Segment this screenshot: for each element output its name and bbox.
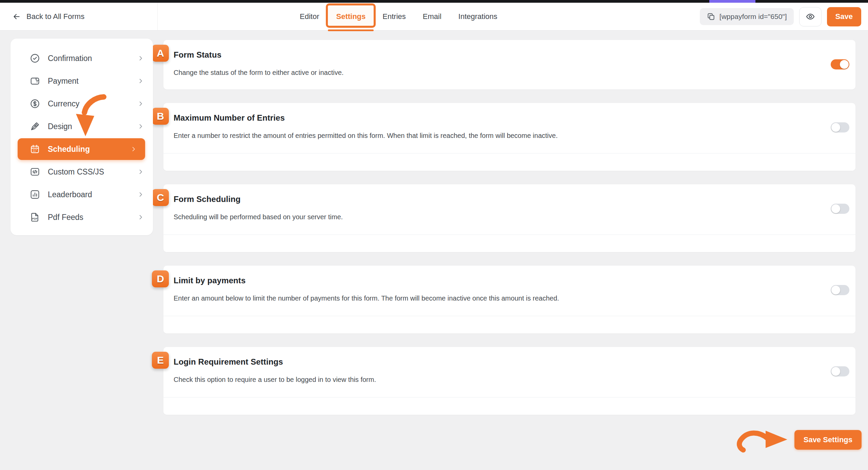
toggle-knob <box>831 123 840 132</box>
toggle-knob <box>831 286 840 294</box>
card-footer <box>163 316 855 333</box>
active-tab-underline <box>328 29 374 31</box>
section-title: Form Scheduling <box>163 184 855 204</box>
copy-icon <box>707 12 715 21</box>
section-title: Login Requirement Settings <box>163 347 855 367</box>
tab-settings[interactable]: Settings <box>335 10 366 23</box>
sidebar-item-label: Scheduling <box>48 145 90 154</box>
card-footer <box>163 397 855 415</box>
tab-entries-label: Entries <box>382 12 406 21</box>
sidebar-item-label: Leaderboard <box>48 190 92 199</box>
chevron-right-icon <box>137 123 144 130</box>
limit-by-payments-toggle[interactable] <box>831 285 849 295</box>
chevron-right-icon <box>137 214 144 221</box>
form-status-card: A Form Status Change the status of the f… <box>163 40 855 89</box>
sidebar-item-currency[interactable]: Currency <box>11 93 153 115</box>
chevron-right-icon <box>137 191 144 198</box>
tab-settings-label: Settings <box>336 12 366 21</box>
sidebar-item-confirmation[interactable]: Confirmation <box>11 47 153 69</box>
section-description: Enter an amount below to limit the numbe… <box>163 285 855 303</box>
login-requirement-toggle[interactable] <box>831 366 849 376</box>
bar-chart-icon <box>29 189 40 200</box>
back-to-all-forms-link[interactable]: Back to All Forms <box>0 3 158 30</box>
tab-editor[interactable]: Editor <box>299 10 320 23</box>
pen-nib-icon <box>29 121 40 132</box>
nav-right-controls: [wppayform id="650"] Save <box>700 3 861 30</box>
section-title: Form Status <box>163 40 855 60</box>
form-status-toggle[interactable] <box>831 59 849 69</box>
sidebar-item-custom-css-js[interactable]: Custom CSS/JS <box>11 161 153 183</box>
annotation-badge-a: A <box>152 45 169 62</box>
max-entries-toggle[interactable] <box>831 122 849 132</box>
sidebar-item-scheduling[interactable]: Scheduling <box>18 138 145 160</box>
svg-text:PDF: PDF <box>32 217 37 220</box>
chevron-right-icon <box>137 168 144 175</box>
tab-email[interactable]: Email <box>422 10 442 23</box>
limit-by-payments-card: D Limit by payments Enter an amount belo… <box>163 266 855 333</box>
tab-integrations[interactable]: Integrations <box>458 10 498 23</box>
save-settings-button[interactable]: Save Settings <box>794 430 862 450</box>
toggle-knob <box>840 60 849 69</box>
sidebar-item-pdf-feeds[interactable]: PDF Pdf Feeds <box>11 206 153 228</box>
section-description: Check this option to require a user to b… <box>163 367 855 384</box>
sidebar-item-label: Pdf Feeds <box>48 213 83 222</box>
chevron-right-icon <box>137 55 144 62</box>
section-description: Scheduling will be performed based on yo… <box>163 204 855 222</box>
sidebar-item-label: Design <box>48 122 72 131</box>
sidebar-item-label: Custom CSS/JS <box>48 167 104 177</box>
arrow-left-icon <box>12 12 21 21</box>
form-scheduling-toggle[interactable] <box>831 204 849 214</box>
tab-entries[interactable]: Entries <box>382 10 406 23</box>
calendar-icon <box>29 144 40 155</box>
chevron-right-icon <box>130 146 137 152</box>
tab-editor-label: Editor <box>300 12 319 21</box>
toggle-knob <box>831 204 840 213</box>
wallet-icon <box>29 76 40 86</box>
sidebar-item-label: Payment <box>48 77 79 86</box>
code-icon <box>29 166 40 177</box>
card-footer <box>163 153 855 171</box>
max-entries-card: B Maximum Number of Entries Enter a numb… <box>163 103 855 171</box>
annotation-badge-e: E <box>152 352 169 369</box>
chevron-right-icon <box>137 100 144 107</box>
preview-button[interactable] <box>799 7 822 26</box>
card-footer <box>163 234 855 252</box>
strip-accent-segment <box>709 0 755 3</box>
toggle-knob <box>831 367 840 376</box>
eye-icon <box>806 12 815 21</box>
check-circle-icon <box>29 53 40 64</box>
tab-integrations-label: Integrations <box>458 12 497 21</box>
tab-bar: Editor Settings Entries Email Integratio… <box>299 3 498 30</box>
form-scheduling-card: C Form Scheduling Scheduling will be per… <box>163 184 855 252</box>
sidebar-item-payment[interactable]: Payment <box>11 70 153 92</box>
tab-email-label: Email <box>423 12 441 21</box>
settings-sidebar: Confirmation Payment Currency Design Sch… <box>11 39 153 235</box>
sidebar-item-label: Currency <box>48 99 79 108</box>
shortcode-text: [wppayform id="650"] <box>719 13 787 21</box>
annotation-badge-b: B <box>152 108 169 125</box>
browser-top-strip <box>0 0 868 3</box>
back-label: Back to All Forms <box>26 12 84 21</box>
save-button[interactable]: Save <box>827 7 861 26</box>
sidebar-item-design[interactable]: Design <box>11 116 153 137</box>
pdf-file-icon: PDF <box>29 212 40 223</box>
annotation-arrow-to-save-settings <box>732 427 791 454</box>
top-navigation-bar: Back to All Forms Editor Settings Entrie… <box>0 3 868 30</box>
chevron-right-icon <box>137 78 144 84</box>
login-requirement-card: E Login Requirement Settings Check this … <box>163 347 855 415</box>
settings-panel: A Form Status Change the status of the f… <box>163 40 855 415</box>
section-description: Enter a number to restrict the amount of… <box>163 123 855 140</box>
section-description: Change the status of the form to either … <box>163 60 855 77</box>
sidebar-item-leaderboard[interactable]: Leaderboard <box>11 184 153 205</box>
annotation-badge-d: D <box>152 270 169 287</box>
sidebar-item-label: Confirmation <box>48 54 92 63</box>
shortcode-copy-pill[interactable]: [wppayform id="650"] <box>700 8 794 25</box>
section-title: Limit by payments <box>163 266 855 285</box>
section-title: Maximum Number of Entries <box>163 103 855 123</box>
annotation-badge-c: C <box>152 189 169 206</box>
dollar-circle-icon <box>29 98 40 109</box>
